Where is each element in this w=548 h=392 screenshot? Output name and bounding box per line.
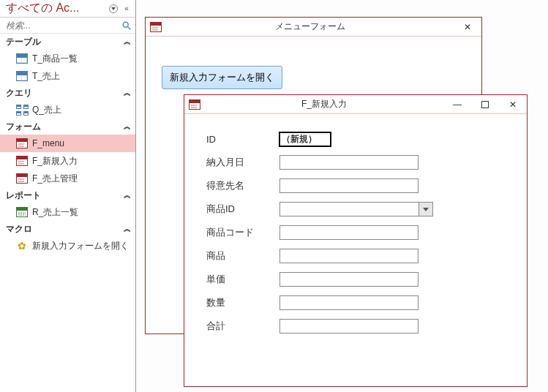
nav-item-form-menu[interactable]: F_menu <box>0 135 135 152</box>
quantity-label: 数量 <box>206 296 279 309</box>
product-code-label: 商品コード <box>206 226 279 239</box>
menu-form-title: メニューフォーム <box>166 20 454 33</box>
close-icon: ✕ <box>509 99 517 110</box>
nav-item-form[interactable]: F_売上管理 <box>0 170 135 187</box>
work-area: メニューフォーム ✕ 新規入力フォームを開く F_新規入力 — ✕ ID （新規… <box>136 0 548 392</box>
group-label: マクロ <box>6 223 124 235</box>
product-id-label: 商品ID <box>206 203 279 216</box>
menu-form-body: 新規入力フォームを開く <box>146 37 481 97</box>
group-label: クエリ <box>6 87 124 99</box>
form-icon <box>16 156 28 166</box>
collapse-icon: ︽ <box>124 88 131 98</box>
close-icon: ✕ <box>464 22 471 32</box>
id-label: ID <box>206 134 279 145</box>
svg-point-0 <box>123 22 128 27</box>
product-label: 商品 <box>206 249 279 263</box>
entry-form-body: ID （新規） 納入月日 得意先名 商品ID 商品コード <box>184 114 527 353</box>
nav-item-label: F_新規入力 <box>32 155 78 167</box>
nav-item-label: T_売上 <box>32 70 60 83</box>
navigation-pane: すべての Ac... « テーブル ︽ T_商品一覧 T_売上 クエリ ︽ Q_… <box>0 0 136 392</box>
search-input[interactable] <box>4 20 121 31</box>
maximize-button[interactable] <box>471 95 499 114</box>
group-header-tables[interactable]: テーブル ︽ <box>0 34 135 50</box>
nav-item-label: F_menu <box>32 138 64 148</box>
svg-line-1 <box>128 26 131 29</box>
nav-item-form[interactable]: F_新規入力 <box>0 152 135 170</box>
product-id-input[interactable] <box>279 202 418 216</box>
nav-item-table[interactable]: T_商品一覧 <box>0 50 135 67</box>
form-icon <box>150 22 162 32</box>
group-header-forms[interactable]: フォーム ︽ <box>0 118 135 135</box>
nav-item-label: R_売上一覧 <box>32 206 78 219</box>
unit-price-input[interactable] <box>279 272 418 287</box>
quantity-input[interactable] <box>279 295 418 310</box>
minimize-icon: — <box>453 99 462 110</box>
nav-title: すべての Ac... <box>6 1 106 16</box>
close-button[interactable]: ✕ <box>499 95 527 114</box>
collapse-icon: ︽ <box>124 190 131 200</box>
customer-label: 得意先名 <box>206 179 279 192</box>
group-header-macros[interactable]: マクロ ︽ <box>0 221 135 237</box>
product-code-input[interactable] <box>279 225 418 240</box>
form-icon <box>16 138 28 148</box>
group-label: レポート <box>6 189 124 202</box>
minimize-button[interactable]: — <box>443 95 471 114</box>
macro-icon: ✿ <box>16 241 28 251</box>
open-entry-form-button[interactable]: 新規入力フォームを開く <box>162 66 282 89</box>
query-icon <box>16 105 28 115</box>
nav-item-label: F_売上管理 <box>32 173 78 185</box>
nav-item-label: T_商品一覧 <box>32 53 78 65</box>
collapse-icon: ︽ <box>124 121 131 132</box>
report-icon <box>16 207 28 217</box>
entry-form-titlebar[interactable]: F_新規入力 — ✕ <box>184 95 527 114</box>
search-row <box>0 18 135 34</box>
collapse-pane-button[interactable]: « <box>121 3 132 15</box>
chevron-down-icon <box>109 4 118 13</box>
nav-item-query[interactable]: Q_売上 <box>0 101 135 118</box>
close-button[interactable]: ✕ <box>454 18 481 37</box>
table-icon <box>16 53 28 64</box>
group-label: テーブル <box>6 36 124 48</box>
collapse-icon: ︽ <box>124 37 131 47</box>
double-chevron-left-icon: « <box>124 4 129 12</box>
nav-item-label: Q_売上 <box>32 104 61 116</box>
nav-item-macro[interactable]: ✿ 新規入力フォームを開く <box>0 237 135 255</box>
nav-item-table[interactable]: T_売上 <box>0 67 135 85</box>
product-id-combo <box>279 202 433 216</box>
entry-form-window: F_新規入力 — ✕ ID （新規） 納入月日 得意先名 商品ID <box>184 94 528 387</box>
nav-header: すべての Ac... « <box>0 0 135 18</box>
category-dropdown-button[interactable] <box>108 3 119 15</box>
nav-item-label: 新規入力フォームを開く <box>32 240 129 252</box>
form-icon <box>189 99 200 110</box>
id-value[interactable]: （新規） <box>279 132 331 146</box>
entry-form-title: F_新規入力 <box>205 98 443 110</box>
product-input[interactable] <box>279 249 418 263</box>
group-header-reports[interactable]: レポート ︽ <box>0 187 135 203</box>
form-icon <box>16 173 28 184</box>
nav-item-report[interactable]: R_売上一覧 <box>0 203 135 221</box>
total-input[interactable] <box>279 319 418 333</box>
delivery-date-input[interactable] <box>279 155 418 170</box>
menu-form-titlebar[interactable]: メニューフォーム ✕ <box>146 18 481 37</box>
customer-input[interactable] <box>279 178 418 193</box>
collapse-icon: ︽ <box>124 224 131 234</box>
group-header-queries[interactable]: クエリ ︽ <box>0 85 135 101</box>
table-icon <box>16 71 28 81</box>
maximize-icon <box>481 101 489 108</box>
group-label: フォーム <box>6 121 124 133</box>
search-icon[interactable] <box>121 20 132 31</box>
total-label: 合計 <box>206 320 279 333</box>
delivery-date-label: 納入月日 <box>206 156 279 169</box>
product-id-dropdown-button[interactable] <box>418 202 433 216</box>
unit-price-label: 単価 <box>206 273 279 286</box>
